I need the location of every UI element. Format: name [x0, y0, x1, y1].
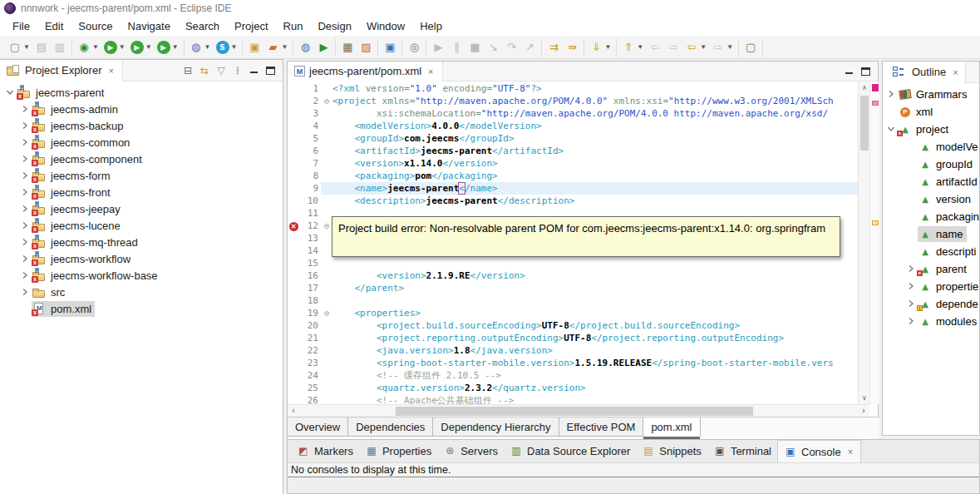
view-tab-servers[interactable]: ⊛Servers [437, 440, 504, 462]
code-line-18[interactable]: 18 [288, 294, 858, 307]
code-line-6[interactable]: 6 <artifactId>jeecms-parent</artifactId> [288, 145, 858, 157]
tree-item-jeecms-form[interactable]: Mxjeecms-form [0, 167, 283, 184]
outline-item-modules[interactable]: ▲modules [883, 313, 979, 330]
collapse-all-icon[interactable]: ⊟ [180, 63, 196, 78]
ruler-error-mark[interactable] [872, 84, 879, 91]
code-line-3[interactable]: 3 xsi:schemaLocation="http://maven.apach… [288, 107, 858, 120]
skype-launch-icon[interactable]: S▼ [214, 40, 239, 55]
code-line-25[interactable]: 25 <quartz.version>2.3.2</quartz.version… [288, 382, 858, 394]
pin-editor-icon[interactable]: ▢ [742, 40, 759, 55]
tree-item-src[interactable]: src [0, 284, 283, 300]
code-line-26[interactable]: 26 <!-- Apache公共基础组件 --> [288, 394, 858, 404]
chevron-collapsed-icon[interactable] [18, 120, 32, 132]
dropdown-arrow-icon[interactable]: ▼ [281, 43, 288, 51]
chevron-collapsed-icon[interactable] [18, 236, 32, 249]
code-line-20[interactable]: 20 <project.build.sourceEncoding>UTF-8</… [288, 319, 858, 332]
menu-edit[interactable]: Edit [37, 17, 71, 35]
web-browser-icon[interactable]: ◍ [297, 40, 313, 55]
minimize-icon[interactable] [841, 64, 857, 79]
tree-item-jeecms-parent[interactable]: Mxjeecms-parent [0, 84, 283, 101]
highlighter-icon[interactable]: ▰▼ [264, 40, 289, 55]
tree-item-jeecms-component[interactable]: Mxjeecms-component [0, 151, 283, 167]
menu-source[interactable]: Source [71, 17, 120, 35]
view-tab-console[interactable]: ▣Console× [777, 440, 861, 462]
last-edit-location-icon[interactable]: ⇑▼ [620, 40, 645, 55]
debug-icon[interactable]: ◉▼ [76, 40, 101, 55]
dropdown-arrow-icon[interactable]: ▼ [119, 43, 126, 51]
menu-project[interactable]: Project [227, 17, 275, 35]
tree-item-pom.xml[interactable]: Mxpom.xml [0, 300, 283, 317]
code-line-9[interactable]: 9 <name>jeecms-parent</name> [288, 182, 858, 195]
menu-file[interactable]: File [5, 17, 37, 35]
ruler-warning-mark[interactable] [872, 220, 879, 225]
pom-tab-dependency-hierarchy[interactable]: Dependency Hierarchy [433, 417, 559, 437]
chevron-collapsed-icon[interactable] [884, 88, 898, 101]
tree-item-jeecms-front[interactable]: Mxjeecms-front [0, 184, 283, 200]
code-line-15[interactable]: 15 [288, 257, 858, 269]
chevron-collapsed-icon[interactable] [18, 136, 32, 149]
view-tab-snippets[interactable]: ▤Snippets [636, 440, 707, 462]
resume-icon[interactable]: ▶ [430, 40, 446, 55]
error-marker-icon[interactable]: ✕ [289, 222, 298, 231]
scroll-left-icon[interactable]: ‹ [288, 405, 299, 417]
outline-item-artifactId[interactable]: ▲artifactId [883, 173, 979, 190]
outline-item-version[interactable]: ▲version [883, 190, 979, 208]
tree-item-jeecms-workflow[interactable]: Mxjeecms-workflow [0, 250, 283, 267]
tree-item-jeecms-mq-thread[interactable]: Mxjeecms-mq-thread [0, 234, 283, 250]
menu-design[interactable]: Design [310, 17, 358, 35]
minimize-icon[interactable] [246, 63, 262, 78]
menu-window[interactable]: Window [359, 17, 412, 35]
fold-collapse-icon[interactable]: ⊖ [321, 307, 332, 319]
fold-collapse-icon[interactable]: ⊖ [321, 95, 332, 107]
chevron-collapsed-icon[interactable] [18, 186, 32, 199]
close-icon[interactable]: × [846, 447, 854, 457]
outline-item-Grammars[interactable]: Grammars [883, 86, 979, 103]
horizontal-scrollbar[interactable]: ‹ › [288, 404, 869, 417]
chevron-collapsed-icon[interactable] [904, 315, 918, 328]
code-line-2[interactable]: 2⊖<project xmlns="http://maven.apache.or… [288, 95, 858, 107]
pom-tab-overview[interactable]: Overview [288, 417, 348, 437]
outline-tab[interactable]: Outline × [883, 62, 966, 83]
new-wizard-icon[interactable]: ▢▼ [7, 40, 32, 55]
chevron-collapsed-icon[interactable] [18, 170, 32, 182]
view-tab-terminal[interactable]: ▣Terminal [707, 440, 777, 462]
outline-item-descripti[interactable]: ▲descripti [883, 243, 979, 260]
tree-item-jeecms-common[interactable]: Mxjeecms-common [0, 134, 283, 151]
dropdown-arrow-icon[interactable]: ▼ [23, 43, 30, 51]
scroll-right-icon[interactable]: › [858, 405, 869, 417]
forward-icon[interactable]: ⇨▼ [710, 40, 735, 55]
menu-run[interactable]: Run [276, 17, 311, 35]
menu-search[interactable]: Search [178, 17, 227, 35]
dropdown-arrow-icon[interactable]: ▼ [726, 43, 733, 51]
code-line-8[interactable]: 8 <packaging>pom</packaging> [288, 170, 858, 182]
chevron-collapsed-icon[interactable] [18, 203, 32, 215]
project-explorer-tab[interactable]: Project Explorer × [0, 60, 123, 82]
run-coverage-icon[interactable]: ▶▼ [129, 40, 154, 55]
outline-item-depende[interactable]: ▲!depende [883, 295, 979, 313]
code-line-16[interactable]: 16 <version>2.1.9.RE</version> [288, 269, 858, 282]
pom-tab-effective-pom[interactable]: Effective POM [559, 417, 644, 437]
code-line-17[interactable]: 17 </parent> [288, 282, 858, 294]
new-server-icon[interactable]: ◍▼ [188, 40, 213, 55]
save-all-icon[interactable]: ▥ [52, 40, 68, 55]
view-tab-data-source-explorer[interactable]: ▥Data Source Explorer [504, 440, 636, 462]
dropdown-arrow-icon[interactable]: ▼ [145, 43, 152, 51]
chevron-collapsed-icon[interactable] [904, 280, 918, 293]
chevron-collapsed-icon[interactable] [18, 269, 32, 282]
code-line-5[interactable]: 5 <groupId>com.jeecms</groupId> [288, 132, 858, 145]
close-icon[interactable]: × [106, 66, 115, 76]
horizontal-scroll-thumb[interactable] [396, 407, 753, 416]
scroll-down-icon[interactable]: ∨ [859, 393, 870, 404]
close-icon[interactable]: × [951, 67, 959, 77]
menu-navigate[interactable]: Navigate [121, 17, 178, 35]
outline-item-parent[interactable]: ▲xparent [883, 260, 979, 278]
ruler-annotation-mark[interactable] [872, 101, 879, 106]
refresh-doc-icon[interactable]: ▨ [357, 40, 374, 55]
dropdown-arrow-icon[interactable]: ▼ [172, 43, 179, 51]
tree-item-jeecms-jeepay[interactable]: Mxjeecms-jeepay [0, 200, 283, 217]
code-line-7[interactable]: 7 <version>x1.14.0</version> [288, 157, 858, 170]
code-line-23[interactable]: 23 <spring-boot-starter-mobile.version>1… [288, 357, 858, 369]
outline-item-project[interactable]: ▲xproject [883, 121, 979, 138]
code-line-21[interactable]: 21 <project.reporting.outputEncoding>UTF… [288, 332, 858, 344]
vertical-scroll-thumb[interactable] [860, 96, 869, 151]
